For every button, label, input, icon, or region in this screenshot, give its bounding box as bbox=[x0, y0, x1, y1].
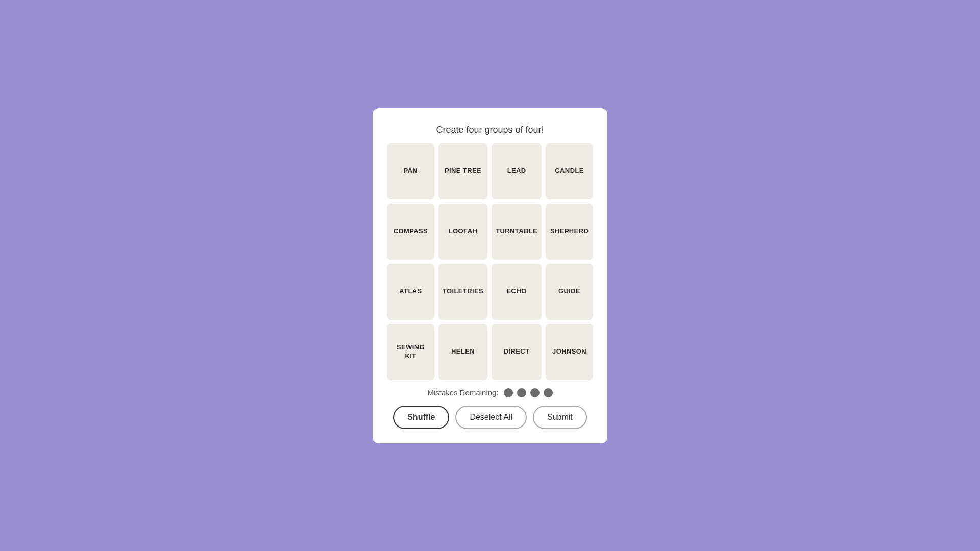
grid-cell-label-helen: HELEN bbox=[451, 347, 475, 356]
grid-cell-label-loofah: LOOFAH bbox=[449, 227, 478, 236]
grid-cell-helen[interactable]: HELEN bbox=[438, 324, 487, 380]
grid-cell-lead[interactable]: LEAD bbox=[492, 143, 542, 199]
grid-cell-pine-tree[interactable]: PINE TREE bbox=[438, 143, 487, 199]
grid-cell-label-candle: CANDLE bbox=[555, 167, 584, 176]
grid-cell-label-pine-tree: PINE TREE bbox=[445, 167, 481, 176]
grid-cell-label-echo: ECHO bbox=[507, 287, 527, 296]
game-title: Create four groups of four! bbox=[436, 124, 544, 135]
deselect-all-button[interactable]: Deselect All bbox=[455, 406, 527, 429]
grid-cell-candle[interactable]: CANDLE bbox=[546, 143, 593, 199]
grid-cell-toiletries[interactable]: TOILETRIES bbox=[438, 264, 487, 320]
grid-cell-sewing-kit[interactable]: SEWING KIT bbox=[387, 324, 434, 380]
action-buttons: Shuffle Deselect All Submit bbox=[393, 406, 587, 429]
grid-cell-direct[interactable]: DIRECT bbox=[492, 324, 542, 380]
grid-cell-label-turntable: TURNTABLE bbox=[496, 227, 537, 236]
mistake-dot-1 bbox=[504, 388, 513, 397]
grid-cell-pan[interactable]: PAN bbox=[387, 143, 434, 199]
mistake-dot-2 bbox=[517, 388, 526, 397]
grid-cell-guide[interactable]: GUIDE bbox=[546, 264, 593, 320]
grid-cell-label-compass: COMPASS bbox=[394, 227, 428, 236]
grid-cell-label-johnson: JOHNSON bbox=[552, 347, 586, 356]
grid-cell-johnson[interactable]: JOHNSON bbox=[546, 324, 593, 380]
grid-cell-label-lead: LEAD bbox=[507, 167, 526, 176]
grid-cell-shepherd[interactable]: SHEPHERD bbox=[546, 204, 593, 260]
word-grid: PANPINE TREELEADCANDLECOMPASSLOOFAHTURNT… bbox=[387, 143, 593, 380]
game-container: Create four groups of four! PANPINE TREE… bbox=[373, 108, 607, 443]
submit-button[interactable]: Submit bbox=[533, 406, 587, 429]
shuffle-button[interactable]: Shuffle bbox=[393, 406, 449, 429]
mistake-dot-3 bbox=[530, 388, 540, 397]
mistake-dot-4 bbox=[544, 388, 553, 397]
grid-cell-label-sewing-kit: SEWING KIT bbox=[391, 343, 430, 361]
grid-cell-label-direct: DIRECT bbox=[504, 347, 530, 356]
grid-cell-label-pan: PAN bbox=[404, 167, 418, 176]
grid-cell-label-guide: GUIDE bbox=[558, 287, 580, 296]
mistakes-dots bbox=[504, 388, 553, 397]
grid-cell-compass[interactable]: COMPASS bbox=[387, 204, 434, 260]
mistakes-row: Mistakes Remaining: bbox=[427, 388, 552, 397]
grid-cell-turntable[interactable]: TURNTABLE bbox=[492, 204, 542, 260]
grid-cell-loofah[interactable]: LOOFAH bbox=[438, 204, 487, 260]
grid-cell-echo[interactable]: ECHO bbox=[492, 264, 542, 320]
mistakes-label: Mistakes Remaining: bbox=[427, 388, 498, 397]
grid-cell-label-toiletries: TOILETRIES bbox=[443, 287, 483, 296]
grid-cell-label-atlas: ATLAS bbox=[399, 287, 422, 296]
grid-cell-label-shepherd: SHEPHERD bbox=[550, 227, 589, 236]
grid-cell-atlas[interactable]: ATLAS bbox=[387, 264, 434, 320]
